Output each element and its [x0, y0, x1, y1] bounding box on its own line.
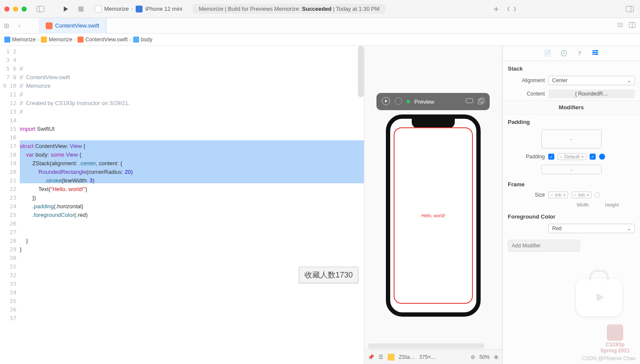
padding-value-stepper[interactable]: −Default+: [558, 153, 586, 160]
padding-left-checkbox[interactable]: ✓: [548, 154, 554, 160]
modifiers-section-title: Modifiers: [503, 100, 640, 114]
history-inspector-tab-icon[interactable]: 🕘: [560, 50, 567, 56]
padding-section-title: Padding: [503, 114, 640, 127]
content-label: Content: [508, 91, 545, 97]
zoom-out-icon[interactable]: ⊖: [471, 354, 475, 360]
chevron-right-icon: ›: [74, 37, 76, 43]
close-window-button[interactable]: [4, 6, 9, 12]
chevron-right-icon: ›: [37, 37, 39, 43]
status-dot-icon: [407, 100, 410, 103]
preview-name-label[interactable]: ZSta…: [399, 354, 415, 360]
svg-rect-13: [478, 99, 482, 104]
svg-rect-2: [78, 6, 84, 12]
padding-right-checkbox[interactable]: ✓: [590, 154, 596, 160]
minimize-window-button[interactable]: [13, 6, 18, 12]
chevron-right-icon: ›: [130, 37, 131, 43]
swift-file-icon: [46, 22, 53, 29]
svg-point-11: [395, 98, 402, 105]
code-editor[interactable]: 1 2 3 4 5 6 7 8 9 10 11 12 13 14 15 16 1…: [0, 46, 364, 364]
play-icon[interactable]: [382, 97, 390, 107]
add-button[interactable]: ＋: [490, 4, 502, 14]
related-items-button[interactable]: ⊞: [0, 22, 13, 30]
code-text: // // ContentView.swift // Memorize // /…: [20, 65, 364, 254]
height-stepper[interactable]: −Inh+: [572, 191, 591, 198]
device-frame[interactable]: Hello, world!: [386, 114, 481, 317]
property-icon: [133, 37, 139, 43]
help-inspector-tab-icon[interactable]: ？: [577, 49, 582, 57]
preview-list-icon[interactable]: ☰: [379, 354, 383, 360]
zoom-level-label[interactable]: 50%: [479, 354, 490, 360]
padding-diagram-bottom[interactable]: –: [541, 165, 602, 174]
editor-tab[interactable]: ContentView.swift: [39, 18, 106, 34]
width-stepper[interactable]: −Inh+: [548, 191, 568, 198]
project-icon: [4, 37, 10, 43]
duplicate-preview-icon[interactable]: [478, 98, 485, 106]
swift-file-icon: [78, 37, 84, 43]
code-review-button[interactable]: [506, 4, 518, 14]
folder-icon: [41, 37, 47, 43]
window-toolbar: Memorize › iPhone 12 mini Memorize | Bui…: [0, 0, 640, 18]
stack-section-title: Stack: [503, 61, 640, 74]
padding-label: Padding: [508, 154, 545, 160]
padding-indicator-icon: [599, 154, 605, 160]
device-icon[interactable]: [466, 98, 473, 105]
breadcrumb-project[interactable]: Memorize: [12, 37, 36, 43]
editor-options-icon[interactable]: [617, 22, 624, 29]
pin-icon[interactable]: 📌: [368, 354, 374, 360]
preview-label: Preview: [414, 99, 434, 105]
breadcrumb-file[interactable]: ContentView.swift: [85, 37, 127, 43]
svg-point-19: [593, 52, 595, 53]
code-area[interactable]: // // ContentView.swift // Memorize // /…: [20, 46, 364, 364]
main-split: 1 2 3 4 5 6 7 8 9 10 11 12 13 14 15 16 1…: [0, 46, 640, 364]
horizontal-scrollbar[interactable]: [368, 343, 485, 349]
device-icon: [136, 6, 143, 12]
frame-section-title: Frame: [503, 177, 640, 189]
csdn-watermark: CSDN @Phoenix Chao: [582, 355, 636, 361]
breadcrumb-folder[interactable]: Memorize: [49, 37, 72, 43]
svg-rect-3: [626, 6, 634, 12]
adjust-editor-icon[interactable]: [629, 22, 636, 29]
content-value[interactable]: { RoundedR…: [548, 89, 635, 98]
preview-dims-label: 375×…: [419, 354, 436, 360]
stanford-watermark: CS193p Spring 2021: [600, 324, 630, 354]
line-gutter: 1 2 3 4 5 6 7 8 9 10 11 12 13 14 15 16 1…: [0, 46, 20, 364]
breadcrumb-symbol[interactable]: body: [141, 37, 152, 43]
chevron-updown-icon: ⌄: [627, 78, 631, 83]
add-modifier-input[interactable]: [508, 240, 580, 252]
run-button[interactable]: [59, 4, 71, 14]
scheme-selector[interactable]: Memorize › iPhone 12 mini: [90, 5, 186, 13]
scheme-app-label: Memorize: [104, 6, 129, 12]
live-preview-icon[interactable]: [395, 97, 402, 106]
stop-button[interactable]: [75, 4, 87, 14]
nav-back-button[interactable]: ‹: [13, 22, 26, 29]
width-caption: Width: [570, 202, 595, 207]
file-inspector-tab-icon[interactable]: 📄: [544, 50, 551, 56]
svg-rect-14: [480, 98, 484, 103]
attributes-inspector: 📄 🕘 ？ Stack Alignment Center⌄ Content { …: [502, 46, 640, 364]
nav-forward-button[interactable]: ›: [26, 22, 39, 29]
chevron-right-icon: ›: [131, 6, 133, 12]
library-button[interactable]: [624, 4, 636, 14]
preview-file-icon: [388, 354, 395, 361]
foreground-color-select[interactable]: Red⌄: [548, 224, 635, 233]
bookmark-count-tooltip: 收藏人数1730: [299, 267, 358, 283]
attributes-inspector-tab-icon[interactable]: [592, 49, 599, 57]
toggle-navigator-button[interactable]: [34, 4, 47, 14]
preview-footer: 📌 ☰ ZSta… 375×… ⊖ 50% ⊕: [364, 349, 502, 364]
alignment-label: Alignment: [508, 77, 545, 83]
video-play-icon[interactable]: [575, 278, 623, 317]
hello-world-text: Hello, world!: [421, 213, 445, 218]
alignment-select[interactable]: Center⌄: [548, 76, 635, 85]
size-label: Size: [508, 192, 545, 198]
build-status-pill[interactable]: Memorize | Build for Previews Memorize: …: [193, 4, 385, 14]
svg-point-18: [596, 50, 597, 52]
preview-toolbar: Preview: [376, 93, 490, 110]
stanford-logo-icon: [607, 324, 623, 341]
jump-bar[interactable]: Memorize › Memorize › ContentView.swift …: [0, 34, 640, 46]
chevron-updown-icon: ⌄: [627, 226, 631, 231]
zoom-in-icon[interactable]: ⊕: [494, 354, 498, 360]
rounded-rectangle-view: Hello, world!: [394, 127, 473, 304]
padding-diagram[interactable]: –: [541, 130, 602, 148]
zoom-window-button[interactable]: [22, 6, 27, 12]
svg-rect-0: [37, 6, 44, 12]
